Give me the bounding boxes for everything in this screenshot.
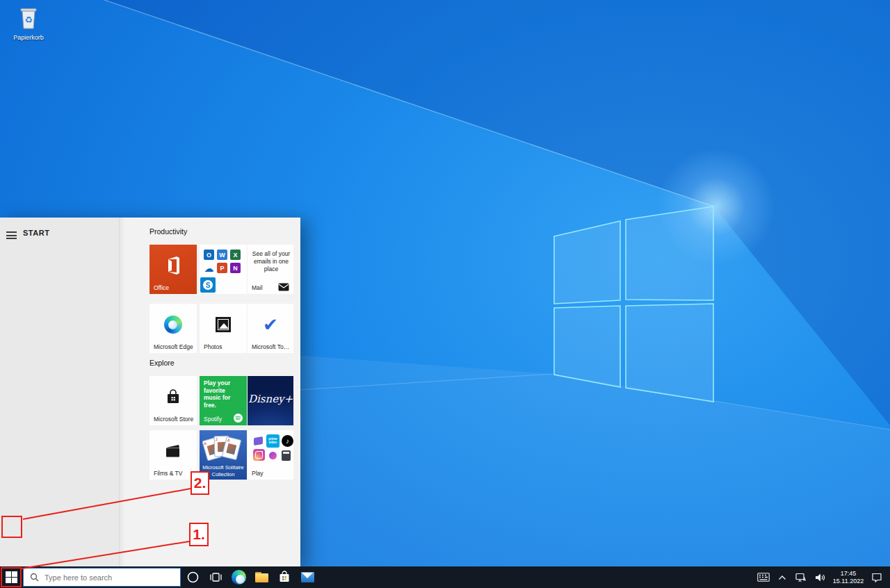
tile-label: Microsoft To… bbox=[252, 343, 289, 350]
tile-solitaire[interactable]: K J A Microsoft Solitaire Collection bbox=[200, 430, 247, 480]
tile-office-apps-group[interactable]: O W X ☁ P N S bbox=[200, 245, 247, 294]
tile-play-group[interactable]: prime video ♪ Play bbox=[248, 430, 293, 480]
chevron-up-icon[interactable] bbox=[776, 571, 788, 584]
start-menu-header: START bbox=[0, 226, 119, 244]
tile-disney-plus[interactable]: Disney+ bbox=[248, 376, 293, 425]
tile-films-tv[interactable]: Films & TV bbox=[149, 430, 197, 480]
tile-group-label-explore: Explore bbox=[149, 359, 175, 367]
hamburger-menu-icon[interactable] bbox=[6, 231, 17, 239]
mail-taskbar-button[interactable] bbox=[296, 566, 318, 588]
edge-taskbar-button[interactable] bbox=[227, 566, 250, 588]
volume-icon[interactable] bbox=[814, 571, 826, 584]
task-view-button[interactable] bbox=[204, 566, 227, 588]
start-button[interactable] bbox=[0, 566, 22, 588]
recycle-bin-desktop-icon[interactable]: ♻ Papierkorb bbox=[8, 6, 49, 41]
tray-clock[interactable]: 17:45 15.11.2022 bbox=[832, 570, 864, 585]
office-icon bbox=[163, 255, 184, 276]
windows-logo-panes bbox=[554, 206, 713, 402]
start-menu-title: START bbox=[23, 229, 49, 237]
word-icon: W bbox=[217, 250, 227, 260]
mail-icon bbox=[301, 572, 314, 582]
spotify-tile-tagline: Play your favorite music for free. bbox=[204, 379, 243, 409]
tile-spotify[interactable]: Play your favorite music for free. Spoti… bbox=[200, 376, 247, 425]
tile-label: Office bbox=[154, 284, 169, 291]
tile-label: Films & TV bbox=[154, 470, 182, 477]
onenote-icon: N bbox=[230, 263, 241, 273]
todo-check-icon: ✔ bbox=[263, 316, 278, 334]
start-menu-rail: START Keys.Express Guides Documents bbox=[0, 218, 120, 566]
store-icon bbox=[165, 389, 181, 405]
touch-keyboard-icon[interactable] bbox=[757, 571, 770, 584]
calculator-icon bbox=[282, 450, 291, 461]
action-center-icon[interactable] bbox=[871, 571, 883, 584]
search-input[interactable] bbox=[44, 573, 156, 582]
file-explorer-button[interactable] bbox=[250, 566, 273, 588]
tile-label: Spotify bbox=[204, 416, 222, 423]
tiktok-icon: ♪ bbox=[282, 435, 293, 447]
office-mini-icons: O W X ☁ P N bbox=[204, 250, 244, 273]
windows-start-icon bbox=[6, 571, 17, 583]
tile-label: Microsoft Solitaire Collection bbox=[200, 464, 247, 477]
films-tv-icon bbox=[165, 443, 181, 459]
tile-group-label-productivity: Productivity bbox=[149, 227, 187, 236]
spotify-icon bbox=[234, 414, 243, 423]
tile-label: Photos bbox=[204, 343, 222, 350]
excel-icon: X bbox=[230, 250, 241, 260]
network-icon[interactable] bbox=[795, 571, 807, 584]
tile-label: Microsoft Store bbox=[154, 416, 193, 423]
prime-video-icon: prime video bbox=[266, 434, 280, 448]
outlook-icon: O bbox=[204, 250, 214, 260]
store-taskbar-button[interactable] bbox=[273, 566, 296, 588]
tile-photos[interactable]: Photos bbox=[200, 304, 247, 353]
messenger-icon bbox=[269, 452, 277, 459]
cortana-icon bbox=[187, 571, 199, 583]
desktop: ♻ Papierkorb START Keys.Express Guides bbox=[0, 0, 890, 588]
tile-label: Microsoft Edge bbox=[154, 343, 193, 350]
purple-app-icon bbox=[254, 436, 263, 446]
tray-time: 17:45 bbox=[841, 570, 857, 577]
onedrive-icon: ☁ bbox=[204, 263, 214, 273]
recycle-bin-label: Papierkorb bbox=[8, 34, 49, 41]
photos-icon bbox=[216, 317, 231, 332]
mail-envelope-icon bbox=[278, 283, 289, 291]
recycle-bin-icon: ♻ bbox=[17, 6, 40, 31]
store-icon bbox=[278, 571, 291, 584]
instagram-icon bbox=[253, 449, 265, 461]
tile-label: Mail bbox=[252, 284, 263, 291]
task-view-icon bbox=[209, 572, 222, 582]
tile-microsoft-edge[interactable]: Microsoft Edge bbox=[149, 304, 197, 353]
mail-tile-tagline: See all of your emails in one place bbox=[251, 250, 291, 273]
tile-label: Play bbox=[252, 470, 264, 477]
tile-microsoft-store[interactable]: Microsoft Store bbox=[149, 376, 197, 425]
start-menu-tiles-panel: Productivity Explore Office O W X ☁ P N bbox=[120, 218, 300, 566]
tile-mail[interactable]: See all of your emails in one place Mail bbox=[248, 245, 293, 294]
start-menu: START Keys.Express Guides Documents bbox=[0, 218, 300, 566]
edge-icon bbox=[232, 570, 246, 585]
taskbar: 17:45 15.11.2022 bbox=[0, 566, 890, 588]
cortana-button[interactable] bbox=[181, 566, 204, 588]
tray-date: 15.11.2022 bbox=[833, 578, 864, 585]
search-icon bbox=[30, 573, 39, 582]
tile-microsoft-todo[interactable]: ✔ Microsoft To… bbox=[248, 304, 293, 353]
skype-icon: S bbox=[200, 277, 216, 293]
tile-office[interactable]: Office bbox=[149, 245, 197, 294]
svg-text:♻: ♻ bbox=[24, 15, 33, 25]
powerpoint-icon: P bbox=[217, 263, 227, 273]
system-tray: 17:45 15.11.2022 bbox=[757, 566, 890, 588]
file-explorer-icon bbox=[255, 572, 268, 582]
taskbar-search-box[interactable] bbox=[23, 568, 181, 587]
edge-icon bbox=[164, 316, 182, 334]
disney-plus-logo: Disney+ bbox=[248, 393, 293, 405]
